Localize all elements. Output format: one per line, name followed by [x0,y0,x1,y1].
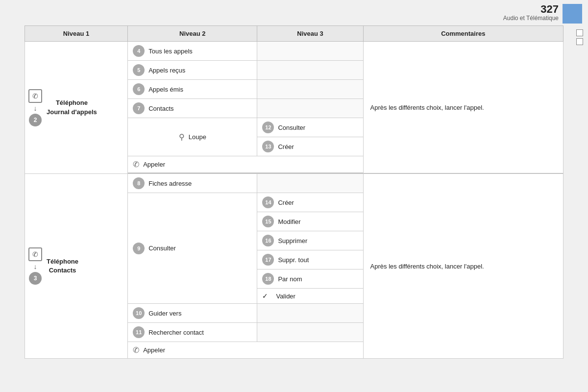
phone-icon-2: ✆ [28,247,42,261]
label-suppr-tout: Suppr. tout [278,256,309,264]
check-icon: ✓ [262,292,268,300]
label-guider-vers: Guider vers [148,310,181,317]
label-loupe: Loupe [189,133,206,141]
niveau3-valider: ✓ Valider [257,289,363,304]
page-number-block: 327 Audio et Télématique [503,4,559,22]
niveau3-modifier: 15 Modifier [257,212,363,231]
niveau2-appels-emis: 6 Appels émis [128,80,257,99]
step-circle-1: 2 [29,114,42,126]
label-appeler-2: Appeler [143,346,165,354]
page-number: 327 [503,4,559,15]
header-niveau3: Niveau 3 [257,26,363,42]
num-4: 4 [133,45,145,57]
arrow-down-2: ↓ [34,263,37,270]
label-creer-1: Créer [278,143,294,150]
niveau1-text-2: Téléphone Contacts [47,257,78,275]
niveau3-empty [257,42,363,61]
niveau3-empty [257,80,363,99]
niveau3-empty [257,174,363,193]
label-tous-appels: Tous les appels [148,48,193,55]
label-appels-recus: Appels reçus [148,67,185,74]
niveau3-consulter: 12 Consulter [257,118,363,137]
page-header: 327 Audio et Télématique [0,0,588,25]
comment-1: Après les différents choix, lancer l'app… [363,42,563,174]
num-11: 11 [133,326,145,338]
phone-symbol-1: ✆ [32,92,38,100]
main-content: Niveau 1 Niveau 2 Niveau 3 Commentaires … [24,25,564,359]
num-12: 12 [262,122,274,133]
label-contacts: Contacts [148,105,173,112]
num-8: 8 [133,177,145,189]
header-niveau2: Niveau 2 [128,26,257,42]
num-15: 15 [262,216,274,227]
num-5: 5 [133,64,145,76]
niveau2-rechercher-contact: 11 Rechercher contact [128,323,257,342]
sidebar-icons [576,29,583,45]
header-niveau1: Niveau 1 [25,26,128,42]
checkbox-1[interactable] [576,29,583,36]
label-modifier: Modifier [278,218,300,225]
niveau1-text-1: Téléphone Journal d'appels [47,98,97,116]
label-appels-emis: Appels émis [148,86,183,93]
niveau3-empty [257,99,363,118]
niveau2-contacts: 7 Contacts [128,99,257,118]
num-6: 6 [133,83,145,95]
label-consulter-2: Consulter [148,245,176,252]
table-row: ✆ ↓ 2 Téléphone Journal d'appels 4 [25,42,564,61]
num-10: 10 [133,307,145,319]
niveau2-appeler-2: ✆ Appeler [128,342,363,359]
label-consulter: Consulter [278,124,305,131]
label-supprimer: Supprimer [278,237,307,245]
label-valider: Valider [276,293,295,300]
checkbox-2[interactable] [576,38,583,45]
color-block [563,4,582,24]
niveau3-empty [257,304,363,323]
header-commentaires: Commentaires [363,26,563,42]
niveau3-empty [257,323,363,342]
num-9: 9 [133,243,145,254]
table-row: ✆ ↓ 3 Téléphone Contacts 8 [25,174,564,193]
niveau3-creer-2: 14 Créer [257,193,363,212]
arrow-down-1: ↓ [34,105,37,112]
niveau1-cell-1: ✆ ↓ 2 Téléphone Journal d'appels [25,42,128,174]
niveau2-fiches-adresse: 8 Fiches adresse [128,174,257,193]
main-table: Niveau 1 Niveau 2 Niveau 3 Commentaires … [24,25,564,359]
phone-appeler-icon-2: ✆ [133,345,139,355]
label-appeler-1: Appeler [143,161,165,168]
comment-2: Après les différents choix, lancer l'app… [363,174,563,359]
num-18: 18 [262,273,274,285]
label-creer-2: Créer [278,199,294,206]
loupe-icon: ⚲ [179,132,185,142]
label-rechercher-contact: Rechercher contact [148,329,204,336]
niveau3-suppr-tout: 17 Suppr. tout [257,250,363,270]
niveau2-appels-recus: 5 Appels reçus [128,61,257,80]
label-par-nom: Par nom [278,275,302,283]
step-circle-2: 3 [29,272,42,285]
num-17: 17 [262,254,274,266]
niveau3-creer: 13 Créer [257,137,363,156]
niveau2-loupe: ⚲ Loupe [128,118,257,156]
num-7: 7 [133,102,145,114]
label-fiches-adresse: Fiches adresse [148,180,192,187]
phone-icon-1: ✆ [28,89,42,103]
niveau3-par-nom: 18 Par nom [257,270,363,289]
niveau1-cell-2: ✆ ↓ 3 Téléphone Contacts [25,174,128,359]
num-13: 13 [262,141,274,152]
niveau2-appeler-1: ✆ Appeler [128,156,363,173]
niveau2-consulter: 9 Consulter [128,193,257,304]
phone-symbol-2: ✆ [32,250,38,258]
phone-appeler-icon-1: ✆ [133,160,139,169]
niveau3-supprimer: 16 Supprimer [257,231,363,250]
num-16: 16 [262,235,274,246]
page-subtitle: Audio et Télématique [503,15,559,22]
niveau3-empty [257,61,363,80]
num-14: 14 [262,196,274,208]
niveau2-guider-vers: 10 Guider vers [128,304,257,323]
niveau2-tous-appels: 4 Tous les appels [128,42,257,61]
